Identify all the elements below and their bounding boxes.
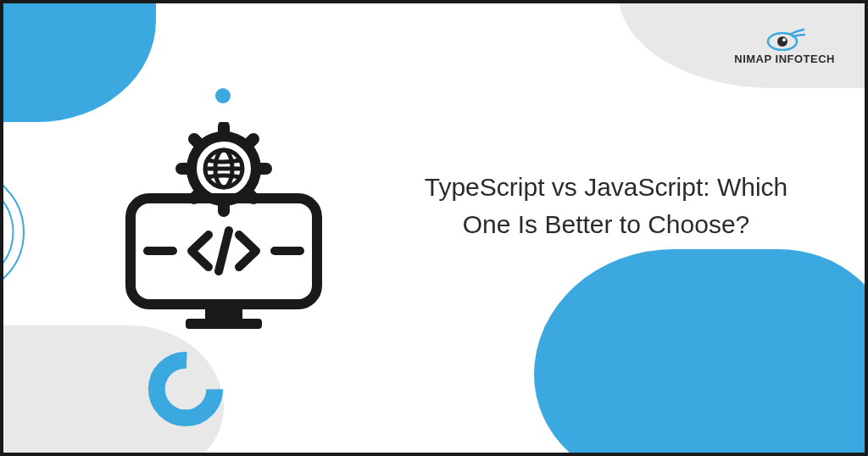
donut-decoration [147, 351, 224, 427]
decorative-blob-blue-top [0, 0, 156, 122]
svg-point-23 [782, 38, 786, 42]
svg-rect-4 [205, 304, 242, 320]
svg-line-14 [194, 139, 200, 145]
page-headline: TypeScript vs JavaScript: Which One Is B… [424, 169, 788, 242]
brand-logo: NIMAP INFOTECH [734, 27, 835, 65]
svg-point-22 [777, 36, 787, 47]
svg-line-15 [248, 139, 253, 145]
eye-icon [764, 27, 806, 51]
dot-decoration [215, 88, 231, 103]
svg-line-16 [194, 192, 200, 198]
svg-line-8 [219, 231, 229, 271]
svg-point-0 [147, 351, 224, 427]
code-monitor-icon [114, 122, 334, 342]
brand-name: NIMAP INFOTECH [734, 53, 835, 65]
svg-rect-5 [186, 319, 262, 329]
svg-line-17 [248, 192, 253, 198]
decorative-blob-blue-bottom [534, 249, 868, 456]
